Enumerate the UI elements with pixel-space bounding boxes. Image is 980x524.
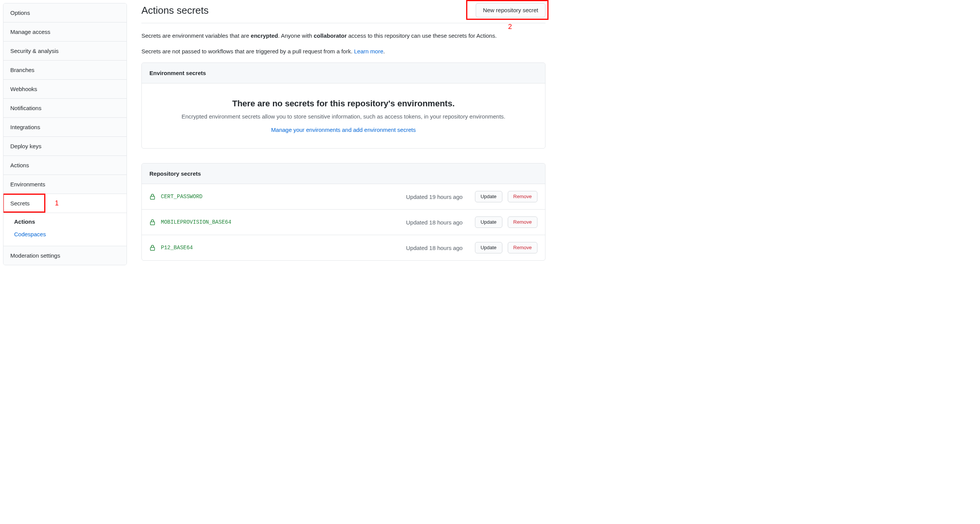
secret-row: P12_BASE64 Updated 18 hours ago Update R… (142, 235, 545, 260)
environment-secrets-header: Environment secrets (142, 63, 545, 83)
secret-name: CERT_PASSWORD (161, 194, 401, 200)
secret-row: CERT_PASSWORD Updated 19 hours ago Updat… (142, 184, 545, 210)
sidebar-item-branches[interactable]: Branches (3, 61, 127, 80)
secret-updated: Updated 18 hours ago (406, 245, 462, 251)
new-repository-secret-button[interactable]: New repository secret (476, 3, 545, 18)
sidebar-item-security-analysis[interactable]: Security & analysis (3, 42, 127, 61)
intro-line-1: Secrets are environment variables that a… (141, 32, 545, 40)
sidebar-item-actions[interactable]: Actions (3, 156, 127, 175)
secret-updated: Updated 18 hours ago (406, 219, 462, 226)
sidebar-item-label: Secrets (10, 200, 30, 207)
sidebar-sub-codespaces[interactable]: Codespaces (3, 228, 127, 240)
secret-updated: Updated 19 hours ago (406, 194, 462, 200)
repository-secrets-header: Repository secrets (142, 163, 545, 184)
remove-button[interactable]: Remove (508, 191, 537, 202)
lock-icon (149, 219, 156, 226)
empty-title: There are no secrets for this repository… (154, 99, 533, 109)
page-header: Actions secrets New repository secret 2 (141, 3, 545, 23)
lock-icon (149, 193, 156, 200)
intro-line-2: Secrets are not passed to workflows that… (141, 47, 545, 56)
svg-rect-0 (151, 196, 155, 199)
secret-actions: Update Remove (475, 216, 537, 228)
settings-sidebar: Options Manage access Security & analysi… (3, 3, 127, 265)
sidebar-item-webhooks[interactable]: Webhooks (3, 80, 127, 99)
empty-description: Encrypted environment secrets allow you … (154, 113, 533, 120)
annotation-label-1: 1 (55, 199, 59, 207)
sidebar-item-environments[interactable]: Environments (3, 175, 127, 194)
secret-name: P12_BASE64 (161, 245, 401, 251)
sidebar-sub-actions[interactable]: Actions (3, 215, 127, 228)
update-button[interactable]: Update (475, 242, 502, 253)
annotation-label-2: 2 (508, 23, 512, 31)
svg-rect-1 (151, 222, 155, 225)
remove-button[interactable]: Remove (508, 242, 537, 253)
sidebar-item-integrations[interactable]: Integrations (3, 118, 127, 137)
sidebar-item-manage-access[interactable]: Manage access (3, 22, 127, 42)
sidebar-item-options[interactable]: Options (3, 3, 127, 22)
lock-icon (149, 244, 156, 251)
svg-rect-2 (151, 247, 155, 250)
secret-actions: Update Remove (475, 242, 537, 253)
environment-secrets-empty: There are no secrets for this repository… (142, 83, 545, 148)
sidebar-item-notifications[interactable]: Notifications (3, 99, 127, 118)
sidebar-item-secrets[interactable]: Secrets 1 (3, 194, 127, 213)
update-button[interactable]: Update (475, 216, 502, 228)
update-button[interactable]: Update (475, 191, 502, 202)
remove-button[interactable]: Remove (508, 216, 537, 228)
secret-row: MOBILEPROVISION_BASE64 Updated 18 hours … (142, 210, 545, 235)
secret-actions: Update Remove (475, 191, 537, 202)
sidebar-secrets-submenu: Actions Codespaces (3, 213, 127, 246)
repository-secrets-box: Repository secrets CERT_PASSWORD Updated… (141, 163, 545, 261)
manage-environments-link[interactable]: Manage your environments and add environ… (271, 127, 415, 133)
environment-secrets-box: Environment secrets There are no secrets… (141, 62, 545, 149)
page-title: Actions secrets (141, 5, 209, 16)
sidebar-item-moderation-settings[interactable]: Moderation settings (3, 246, 127, 265)
main-content: Actions secrets New repository secret 2 … (141, 3, 545, 265)
sidebar-item-deploy-keys[interactable]: Deploy keys (3, 137, 127, 156)
secret-name: MOBILEPROVISION_BASE64 (161, 219, 401, 225)
learn-more-link[interactable]: Learn more (354, 48, 383, 54)
